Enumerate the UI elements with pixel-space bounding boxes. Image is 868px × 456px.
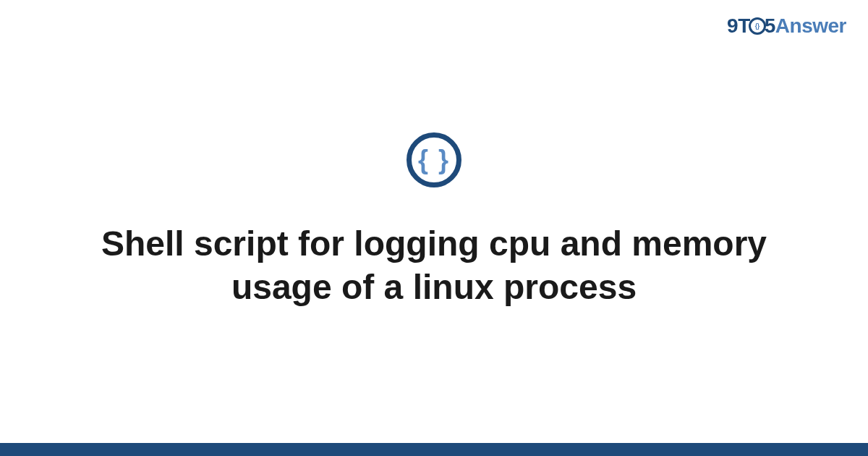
footer-accent-bar: [0, 443, 868, 456]
category-badge: { }: [407, 132, 461, 187]
page-title: Shell script for logging cpu and memory …: [80, 222, 788, 309]
code-braces-icon: { }: [418, 145, 450, 175]
main-content: { } Shell script for logging cpu and mem…: [0, 0, 868, 456]
